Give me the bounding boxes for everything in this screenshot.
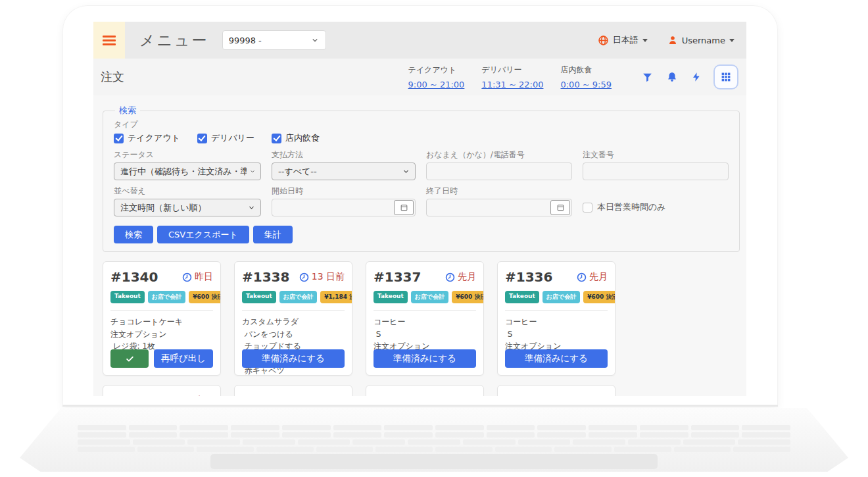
language-label: 日本語 (613, 34, 639, 46)
check-icon (125, 354, 135, 364)
username-label: Username (682, 36, 725, 45)
mark-ready-button[interactable]: 準備済みにする (374, 349, 476, 368)
keyboard (78, 425, 790, 454)
checkbox-delivery-label: デリバリー (211, 132, 254, 144)
divider (374, 310, 476, 311)
badge-takeout: Takeout (242, 291, 276, 303)
checkbox-unchecked-icon (583, 203, 592, 213)
status-select-value: 進行中（確認待ち・注文済み・準備済み） (120, 166, 247, 178)
mark-ready-button[interactable]: 準備済みにする (505, 349, 608, 368)
order-card-1335[interactable]: #1335 先月 (103, 385, 221, 396)
search-panel-legend: 検索 (115, 105, 140, 116)
customer-name-input[interactable] (426, 163, 572, 180)
checkbox-dinein-label: 店内飲食 (285, 132, 320, 144)
order-number: #1335 (110, 393, 158, 396)
order-card-1336[interactable]: #1336 先月 Takeout お店で会計 ¥600 決済未完了 コーヒー (497, 261, 615, 376)
order-item-line: カスタムサラダ (242, 316, 345, 328)
store-select-value: 99998 - (229, 36, 262, 45)
end-datetime-label: 終了日時 (426, 186, 572, 197)
order-card-1332[interactable]: #1332 (497, 385, 615, 396)
payment-method-select[interactable]: --すべて-- (272, 163, 416, 180)
start-datetime-label: 開始日時 (272, 186, 416, 197)
order-item-line: パンをつける (242, 328, 345, 341)
caret-down-icon (729, 39, 735, 42)
order-items: チョコレートケーキ 注文オプション レジ袋: 1枚 (110, 316, 213, 353)
hours-takeout-label: テイクアウト (408, 64, 465, 76)
hours-delivery-time-link[interactable]: 11:31 ~ 22:00 (481, 80, 543, 89)
chevron-down-icon (310, 36, 320, 45)
order-time-ago: 13 日前 (299, 271, 345, 283)
mark-ready-button[interactable]: 準備済みにする (242, 349, 345, 368)
lightning-bolt-icon[interactable] (691, 71, 702, 83)
order-number: #1332 (505, 393, 552, 396)
type-checkbox-group: テイクアウト デリバリー 店内飲食 (114, 132, 729, 144)
aggregate-button[interactable]: 集計 (253, 226, 293, 243)
search-button[interactable]: 検索 (114, 226, 153, 243)
confirm-check-button[interactable] (110, 349, 149, 368)
badge-payment-status: ¥600 決済未完了 (189, 291, 221, 303)
payment-select-value: --すべて-- (278, 166, 317, 178)
type-label: タイプ (114, 119, 729, 130)
checkbox-dinein[interactable]: 店内飲食 (272, 132, 320, 144)
status-label: ステータス (114, 149, 261, 161)
order-card-1337[interactable]: #1337 先月 Takeout お店で会計 ¥600 決済未完了 コーヒー (366, 261, 484, 376)
badge-payment-status: ¥1,184 決済未完了 (320, 291, 352, 303)
notifications-bell-icon[interactable] (666, 71, 678, 83)
top-header: メニュー 99998 - 日本語 (93, 22, 746, 59)
order-card-1334[interactable]: #1334 (234, 385, 352, 396)
clock-icon (299, 272, 309, 282)
checkbox-delivery[interactable]: デリバリー (197, 132, 254, 144)
recall-button[interactable]: 再呼び出し (154, 349, 213, 368)
hours-dinein-label: 店内飲食 (560, 64, 612, 76)
user-dropdown[interactable]: Username (667, 35, 735, 45)
order-number-label: 注文番号 (583, 149, 729, 161)
hamburger-menu-icon[interactable] (93, 22, 125, 59)
order-card-1338[interactable]: #1338 13 日前 Takeout お店で会計 ¥1,184 決済未完了 カ… (234, 261, 352, 376)
badge-takeout: Takeout (505, 291, 539, 303)
divider (242, 310, 345, 311)
chevron-down-icon (249, 167, 256, 176)
calendar-picker-button[interactable] (550, 200, 570, 215)
page-title: メニュー (139, 30, 209, 51)
order-item-line: 注文オプション (110, 328, 213, 341)
laptop-base (20, 408, 848, 472)
status-select[interactable]: 進行中（確認待ち・注文済み・準備済み） (114, 163, 261, 180)
clock-icon (182, 272, 192, 282)
calendar-icon (400, 203, 408, 212)
today-only-checkbox[interactable]: 本日営業時間のみ (583, 180, 729, 216)
order-time-ago: 昨日 (182, 271, 213, 283)
hours-dinein-time-link[interactable]: 0:00 ~ 9:59 (560, 80, 612, 89)
calendar-picker-button[interactable] (394, 200, 414, 215)
language-dropdown[interactable]: 日本語 (598, 34, 648, 46)
badge-takeout: Takeout (374, 291, 408, 303)
checkbox-checked-icon (197, 134, 207, 143)
order-number: #1338 (242, 269, 289, 285)
csv-export-button[interactable]: CSVエクスポート (157, 226, 249, 243)
filter-icon[interactable] (642, 72, 653, 83)
globe-icon (598, 35, 609, 46)
clock-icon (577, 272, 587, 282)
grid-view-button[interactable] (713, 64, 738, 89)
calendar-icon (556, 203, 565, 212)
user-icon (667, 35, 678, 45)
badge-pay-at-store: お店で会計 (411, 291, 448, 303)
order-number-input[interactable] (583, 163, 729, 180)
store-select[interactable]: 99998 - (222, 30, 326, 50)
checkbox-takeout[interactable]: テイクアウト (114, 132, 180, 144)
sort-label: 並べ替え (114, 186, 261, 197)
order-time-ago: 先月 (445, 271, 476, 283)
order-item-line: チョコレートケーキ (110, 316, 213, 328)
hours-takeout-time-link[interactable]: 9:00 ~ 21:00 (408, 80, 465, 89)
order-number: #1334 (242, 393, 289, 396)
badge-payment-status: ¥600 決済未完了 (583, 291, 615, 303)
payment-method-label: 支払方法 (272, 149, 416, 161)
order-item-line: S (374, 328, 476, 341)
sort-select[interactable]: 注文時間（新しい順） (114, 199, 261, 216)
order-cards-row-2: #1335 先月 #1334 #1333 (103, 385, 746, 396)
chevron-down-icon (402, 167, 410, 176)
search-panel: 検索 タイプ テイクアウト デリバリー 店内飲食 (103, 105, 740, 252)
order-card-1333[interactable]: #1333 (366, 385, 484, 396)
trackpad (210, 454, 658, 469)
laptop-mockup: メニュー 99998 - 日本語 (0, 0, 868, 477)
order-card-1340[interactable]: #1340 昨日 Takeout お店で会計 ¥600 決済未完了 チョコレート… (103, 261, 221, 376)
